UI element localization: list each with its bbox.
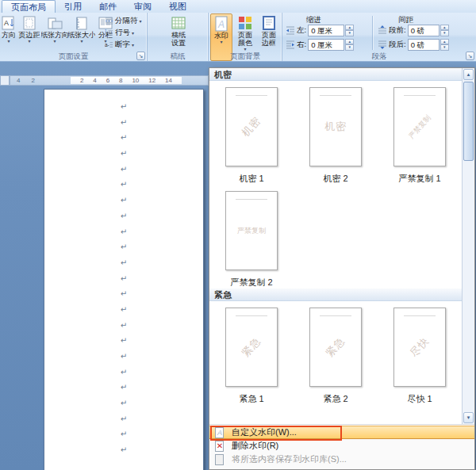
- indent-right-input[interactable]: 0 厘米: [308, 39, 344, 51]
- chevron-down-icon: ▾: [7, 39, 10, 44]
- paragraph-mark: ↵: [44, 255, 203, 271]
- tab-mailings[interactable]: 邮件: [90, 0, 125, 13]
- page-borders-icon: [261, 15, 277, 31]
- gallery-scrollbar[interactable]: ▲ ▼: [462, 68, 474, 424]
- spin-down-icon[interactable]: ▾: [345, 30, 354, 36]
- chevron-down-icon: ▾: [53, 39, 56, 44]
- gallery-section-header-urgent: 紧急: [209, 288, 462, 301]
- remove-watermark-menu-item[interactable]: ✕ 删除水印(R): [209, 439, 474, 453]
- tab-view[interactable]: 视图: [160, 0, 195, 13]
- paragraph-mark: ↵: [44, 333, 203, 349]
- chevron-down-icon: ▾: [132, 31, 134, 36]
- ribbon: A 方向 ▾ 页边距 ▾ 纸张方向 ▾ 纸张大小 ▾ 分栏: [0, 13, 476, 62]
- watermark-icon: A: [213, 16, 229, 32]
- spacing-before-input[interactable]: 0 磅: [408, 25, 440, 36]
- paragraph-mark: ↵: [44, 349, 203, 365]
- ribbon-group-paragraph: 缩进 间距 左: 0 厘米 ▴▾ 右: 0 厘米 ▴▾ 段前: 0 磅 ▴▾ 段…: [282, 13, 476, 61]
- gallery-section-header-confidential: 机密: [209, 68, 462, 81]
- spin-up-icon[interactable]: ▴: [345, 25, 354, 31]
- spacing-after-stepper[interactable]: ▴▾: [440, 39, 449, 51]
- spacing-before-icon: [378, 25, 387, 35]
- paragraph-mark: ↵: [44, 271, 203, 287]
- spin-down-icon[interactable]: ▾: [440, 44, 449, 51]
- page-borders-button[interactable]: 页面 边框: [257, 13, 281, 52]
- ruler-number: 10: [132, 77, 139, 84]
- paragraph-mark: ↵: [44, 208, 203, 224]
- tab-page-layout[interactable]: 页面布局: [2, 0, 56, 13]
- dialog-launcher-icon[interactable]: [466, 52, 474, 60]
- spin-up-icon[interactable]: ▴: [345, 39, 354, 45]
- indent-left-label: 左:: [297, 25, 306, 36]
- manuscript-grid-icon: [171, 15, 186, 31]
- tab-selector-box[interactable]: [0, 75, 10, 86]
- spin-down-icon[interactable]: ▾: [440, 30, 449, 36]
- text-direction-button[interactable]: A 方向 ▾: [0, 13, 17, 52]
- paper-size-button[interactable]: 纸张大小 ▾: [68, 13, 95, 52]
- manuscript-setup-button[interactable]: 稿纸 设置: [165, 13, 192, 52]
- group-inner-divider: [372, 16, 373, 50]
- watermark-option-jimi1[interactable]: 机密 机密 1: [209, 87, 294, 185]
- save-watermark-icon: [213, 454, 226, 465]
- spacing-after-input[interactable]: 0 磅: [408, 39, 440, 51]
- breaks-button[interactable]: 分隔符 ▾: [105, 15, 147, 27]
- group-label-paragraph: 段落: [282, 52, 476, 60]
- spacing-before-stepper[interactable]: ▴▾: [440, 25, 449, 36]
- horizontal-ruler[interactable]: 42 2468101214: [10, 75, 209, 86]
- spin-up-icon[interactable]: ▴: [440, 25, 449, 31]
- paragraph-mark: ↵: [44, 224, 203, 240]
- breaks-icon: [105, 17, 113, 25]
- group-label-page-setup: 页面设置: [0, 52, 147, 60]
- ruler-number: 12: [148, 77, 155, 84]
- watermark-thumbnail: 紧急: [309, 308, 362, 387]
- ribbon-group-page-background: A 水印 ▾ 页面 颜色 ▾ 页面 边框 页面背景: [209, 13, 282, 61]
- paragraph-mark: ↵: [44, 130, 203, 146]
- spacing-before-label: 段前:: [389, 25, 406, 36]
- ruler-number: 8: [119, 77, 122, 84]
- tab-references[interactable]: 引用: [56, 0, 90, 13]
- paper-size-icon: [74, 15, 90, 31]
- page-color-button[interactable]: 页面 颜色 ▾: [233, 13, 257, 52]
- watermark-thumbnail: 严禁复制: [393, 87, 446, 166]
- scroll-up-icon[interactable]: ▲: [463, 69, 474, 80]
- custom-watermark-menu-item[interactable]: A 自定义水印(W)...: [209, 426, 474, 439]
- hyphenation-button[interactable]: a- 断字 ▾: [105, 39, 147, 51]
- tab-review[interactable]: 审阅: [125, 0, 160, 13]
- scroll-down-icon[interactable]: ▼: [463, 412, 474, 423]
- scrollbar-thumb[interactable]: [463, 82, 474, 161]
- ruler-number: 4: [17, 77, 20, 84]
- watermark-option-jinkuai1[interactable]: 尽快 尽快 1: [378, 308, 462, 405]
- svg-text:A: A: [217, 19, 225, 30]
- watermark-thumbnail: 机密: [225, 87, 278, 166]
- orientation-button[interactable]: 纸张方向 ▾: [41, 13, 68, 52]
- ruler-numbers: 2468101214: [71, 77, 182, 84]
- dialog-launcher-icon[interactable]: [136, 52, 145, 60]
- watermark-option-jinji1[interactable]: 紧急 紧急 1: [209, 308, 294, 405]
- watermark-option-jinji2[interactable]: 紧急 紧急 2: [294, 308, 378, 405]
- spin-up-icon[interactable]: ▴: [440, 39, 449, 45]
- paragraph-mark: ↵: [44, 380, 203, 395]
- spin-down-icon[interactable]: ▾: [345, 44, 354, 51]
- margins-button[interactable]: 页边距 ▾: [17, 13, 41, 52]
- ribbon-tab-bar: 页面布局 引用 邮件 审阅 视图: [0, 0, 476, 13]
- document-page[interactable]: ↵↵↵↵↵↵↵↵↵↵↵↵↵↵↵↵↵↵↵↵↵↵↵: [44, 89, 204, 470]
- ribbon-group-page-setup: A 方向 ▾ 页边距 ▾ 纸张方向 ▾ 纸张大小 ▾ 分栏: [0, 13, 148, 61]
- page-color-icon: [237, 15, 253, 31]
- paragraph-mark: ↵: [44, 395, 203, 411]
- margins-icon: [21, 15, 37, 31]
- watermark-option-nocopy2[interactable]: 严禁复制 严禁复制 2: [209, 191, 294, 288]
- paragraph-mark: ↵: [44, 442, 203, 458]
- indent-left-input[interactable]: 0 厘米: [308, 25, 344, 36]
- watermark-option-jimi2[interactable]: 机密 机密 2: [294, 87, 378, 185]
- watermark-thumbnail: 机密: [309, 87, 362, 166]
- text-direction-icon: A: [1, 15, 17, 31]
- indent-right-label: 右:: [297, 40, 306, 50]
- paragraph-mark: ↵: [44, 115, 203, 131]
- line-numbers-button[interactable]: 12 行号 ▾: [105, 27, 147, 39]
- chevron-down-icon: ▾: [132, 43, 134, 48]
- line-numbers-icon: 12: [105, 29, 113, 37]
- watermark-gallery-popup: 机密 机密 机密 1 机密 机密 2 严禁复制 严禁复制 1 严禁复制 严禁复制…: [209, 67, 475, 470]
- watermark-option-nocopy1[interactable]: 严禁复制 严禁复制 1: [378, 87, 462, 185]
- indent-right-stepper[interactable]: ▴▾: [345, 39, 354, 51]
- indent-left-stepper[interactable]: ▴▾: [345, 25, 354, 36]
- spacing-after-label: 段后:: [389, 40, 406, 50]
